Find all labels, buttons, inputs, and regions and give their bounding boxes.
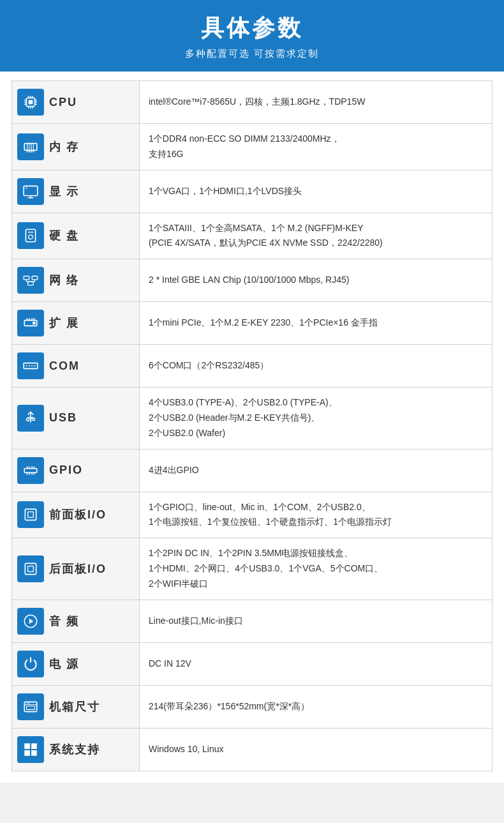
display-icon [17, 178, 44, 205]
expansion-icon [17, 310, 44, 336]
value-cell-network: 2 * Intel GBE LAN Chip (10/100/1000 Mbps… [140, 259, 493, 302]
svg-rect-27 [26, 230, 35, 243]
power-icon [17, 651, 44, 677]
label-cell-storage: 硬 盘 [12, 213, 140, 259]
usb-icon [17, 405, 44, 432]
panel-icon [17, 501, 44, 528]
memory-icon [17, 133, 44, 160]
table-row: 网 络2 * Intel GBE LAN Chip (10/100/1000 M… [12, 259, 493, 302]
label-text-rear-panel: 后面板I/O [49, 561, 107, 577]
page-container: 具体参数 多种配置可选 可按需求定制 CPUintel®Core™i7-8565… [0, 0, 504, 783]
table-row: GPIO4进4出GPIO [12, 449, 493, 492]
label-text-storage: 硬 盘 [49, 228, 79, 243]
label-text-usb: USB [49, 411, 77, 425]
value-cell-display: 1个VGA口，1个HDMI口,1个LVDS接头 [140, 170, 493, 213]
value-cell-front-panel: 1个GPIO口、line-out、Mic in、1个COM、2个USB2.0、1… [140, 492, 493, 538]
table-row: USB4个USB3.0 (TYPE-A)、2个USB2.0 (TYPE-A)、2… [12, 388, 493, 449]
panel-icon [17, 555, 44, 582]
svg-point-45 [29, 365, 30, 366]
value-cell-usb: 4个USB3.0 (TYPE-A)、2个USB2.0 (TYPE-A)、2个US… [140, 388, 493, 449]
svg-point-44 [26, 365, 27, 366]
svg-rect-23 [24, 186, 38, 195]
svg-rect-63 [28, 512, 34, 518]
cpu-icon [17, 89, 44, 116]
label-text-gpio: GPIO [49, 464, 83, 477]
audio-icon [17, 608, 44, 635]
label-text-cpu: CPU [49, 96, 77, 109]
value-cell-gpio: 4进4出GPIO [140, 449, 493, 492]
value-cell-audio: Line-out接口,Mic-in接口 [140, 600, 493, 642]
table-row: 电 源DC IN 12V [12, 642, 493, 685]
table-row: CPUintel®Core™i7-8565U，四核，主频1.8GHz，TDP15… [12, 81, 493, 124]
svg-rect-72 [27, 706, 35, 709]
page-subtitle: 多种配置可选 可按需求定制 [6, 48, 498, 60]
svg-rect-42 [33, 322, 35, 324]
svg-rect-1 [29, 100, 33, 105]
label-text-power: 电 源 [49, 656, 79, 672]
label-cell-os: 系统支持 [12, 728, 140, 771]
value-cell-cpu: intel®Core™i7-8565U，四核，主频1.8GHz，TDP15W [140, 81, 493, 124]
label-cell-rear-panel: 后面板I/O [12, 538, 140, 600]
label-cell-power: 电 源 [12, 642, 140, 685]
label-text-memory: 内 存 [49, 139, 79, 155]
table-row: 机箱尺寸214(带耳朵236）*156*52mm(宽*深*高） [12, 685, 493, 728]
svg-rect-31 [32, 276, 38, 280]
label-cell-usb: USB [12, 388, 140, 449]
label-cell-expansion: 扩 展 [12, 302, 140, 345]
svg-rect-62 [25, 510, 36, 520]
label-cell-memory: 内 存 [12, 124, 140, 170]
value-cell-rear-panel: 1个2PIN DC IN、1个2PIN 3.5MM电源按钮接线盒、1个HDMI、… [140, 538, 493, 600]
svg-rect-32 [28, 282, 34, 285]
svg-point-50 [27, 418, 29, 421]
value-cell-expansion: 1个mini PCIe、1个M.2 E-KEY 2230、1个PCIe×16 金… [140, 302, 493, 345]
gpio-icon [17, 457, 44, 484]
svg-rect-74 [31, 743, 37, 749]
table-row: 前面板I/O1个GPIO口、line-out、Mic in、1个COM、2个US… [12, 492, 493, 538]
svg-rect-76 [31, 750, 37, 756]
label-cell-display: 显 示 [12, 170, 140, 213]
page-title: 具体参数 [6, 13, 498, 44]
value-cell-memory: 1个DDR4 non-ECC SO DIMM 2133/2400MHz，支持16… [140, 124, 493, 170]
chassis-icon [17, 693, 44, 720]
svg-rect-75 [24, 750, 30, 756]
table-row: COM6个COM口（2个RS232/485） [12, 345, 493, 388]
label-text-expansion: 扩 展 [49, 315, 79, 331]
table-row: 扩 展1个mini PCIe、1个M.2 E-KEY 2230、1个PCIe×1… [12, 302, 493, 345]
label-text-chassis: 机箱尺寸 [49, 699, 100, 714]
os-icon [17, 736, 44, 763]
table-row: 显 示1个VGA口，1个HDMI口,1个LVDS接头 [12, 170, 493, 213]
label-cell-front-panel: 前面板I/O [12, 492, 140, 538]
svg-rect-30 [24, 276, 29, 280]
svg-point-26 [26, 187, 27, 188]
label-cell-audio: 音 频 [12, 600, 140, 642]
label-text-network: 网 络 [49, 273, 79, 288]
table-row: 系统支持Windows 10, Linux [12, 728, 493, 771]
label-text-display: 显 示 [49, 184, 79, 199]
svg-point-71 [29, 702, 30, 704]
label-text-com: COM [49, 359, 80, 373]
label-cell-chassis: 机箱尺寸 [12, 685, 140, 728]
svg-rect-65 [28, 566, 34, 572]
label-text-os: 系统支持 [49, 742, 100, 757]
svg-point-46 [31, 365, 33, 366]
com-icon [17, 352, 44, 379]
svg-rect-64 [25, 563, 36, 574]
header: 具体参数 多种配置可选 可按需求定制 [0, 0, 504, 72]
svg-point-28 [29, 235, 33, 239]
value-cell-power: DC IN 12V [140, 642, 493, 685]
network-icon [17, 267, 44, 294]
label-text-audio: 音 频 [49, 614, 79, 629]
svg-point-70 [27, 702, 28, 704]
value-cell-storage: 1个SATAIII、1个全高MSATA、1个 M.2 (NGFF)M-KEY(P… [140, 213, 493, 259]
value-cell-chassis: 214(带耳朵236）*156*52mm(宽*深*高） [140, 685, 493, 728]
table-row: 后面板I/O1个2PIN DC IN、1个2PIN 3.5MM电源按钮接线盒、1… [12, 538, 493, 600]
content-area: CPUintel®Core™i7-8565U，四核，主频1.8GHz，TDP15… [0, 72, 504, 783]
svg-point-47 [34, 365, 35, 366]
value-cell-com: 6个COM口（2个RS232/485） [140, 345, 493, 388]
table-row: 硬 盘1个SATAIII、1个全高MSATA、1个 M.2 (NGFF)M-KE… [12, 213, 493, 259]
storage-icon [17, 222, 44, 249]
svg-rect-52 [32, 418, 34, 420]
label-cell-cpu: CPU [12, 81, 140, 124]
label-cell-gpio: GPIO [12, 449, 140, 492]
svg-rect-53 [24, 468, 37, 472]
